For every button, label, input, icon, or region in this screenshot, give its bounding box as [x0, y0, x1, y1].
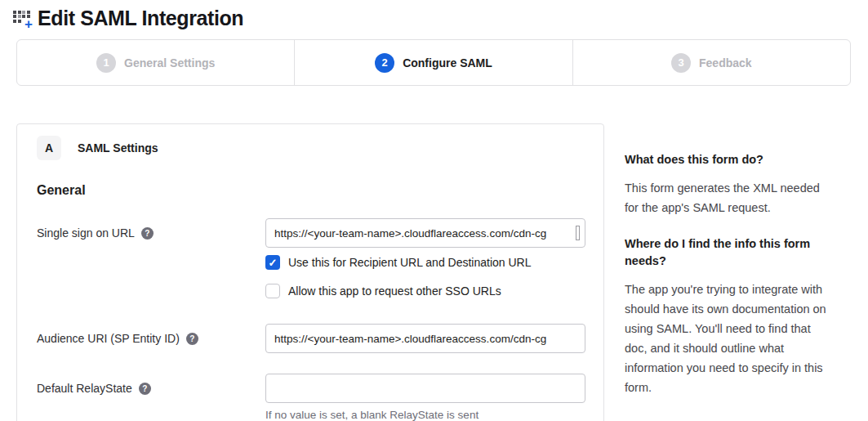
page-header: + Edit SAML Integration [0, 0, 868, 30]
checkbox-label: Use this for Recipient URL and Destinati… [288, 256, 532, 269]
step-label: Feedback [699, 56, 752, 69]
section-title: SAML Settings [78, 141, 158, 155]
panel-header: A SAML Settings [37, 136, 584, 160]
help-body: This form generates the XML needed for t… [625, 178, 834, 217]
plus-icon: + [24, 17, 33, 31]
step-feedback[interactable]: 3 Feedback [572, 40, 850, 85]
relay-state-row: Default RelayState ? If no value is set,… [37, 374, 584, 421]
help-heading: What does this form do? [625, 151, 834, 168]
help-section-where: Where do I find the info this form needs… [625, 235, 834, 397]
sso-url-label: Single sign on URL [37, 226, 135, 240]
step-number-badge: 1 [96, 53, 116, 73]
relay-state-control: If no value is set, a blank RelayState i… [265, 374, 585, 421]
help-sidebar: What does this form do? This form genera… [625, 123, 834, 415]
saml-settings-panel: A SAML Settings General Single sign on U… [16, 123, 604, 421]
relay-state-label-wrap: Default RelayState ? [37, 374, 265, 395]
general-group-heading: General [37, 183, 584, 198]
add-app-grid-icon: + [13, 8, 34, 29]
step-label: General Settings [124, 56, 215, 69]
step-label: Configure SAML [403, 56, 492, 69]
help-section-what: What does this form do? This form genera… [625, 151, 834, 217]
step-number-badge: 3 [671, 53, 691, 73]
help-body: The app you're trying to integrate with … [625, 280, 834, 397]
audience-uri-row: Audience URI (SP Entity ID) ? [37, 324, 584, 353]
content-area: A SAML Settings General Single sign on U… [0, 123, 868, 421]
step-configure-saml[interactable]: 2 Configure SAML [294, 40, 572, 85]
relay-state-helper-text: If no value is set, a blank RelayState i… [265, 409, 585, 421]
step-general-settings[interactable]: 1 General Settings [17, 40, 294, 85]
help-icon[interactable]: ? [139, 383, 151, 395]
relay-state-input[interactable] [265, 374, 585, 403]
relay-state-label: Default RelayState [37, 382, 132, 395]
checkbox-unchecked-icon[interactable] [265, 284, 280, 298]
sso-url-label-wrap: Single sign on URL ? [37, 218, 265, 240]
text-caret [576, 226, 580, 240]
sso-url-control: ✓ Use this for Recipient URL and Destina… [265, 218, 585, 298]
other-sso-urls-checkbox-row[interactable]: Allow this app to request other SSO URLs [265, 284, 585, 298]
sso-url-row: Single sign on URL ? ✓ Use this for Reci… [37, 218, 584, 298]
help-heading: Where do I find the info this form needs… [625, 235, 834, 270]
page-title: Edit SAML Integration [38, 7, 243, 30]
sso-url-input[interactable] [265, 218, 585, 248]
audience-uri-control [265, 324, 585, 353]
section-a-badge: A [37, 136, 61, 160]
checkbox-label: Allow this app to request other SSO URLs [288, 284, 501, 298]
wizard-stepper: 1 General Settings 2 Configure SAML 3 Fe… [16, 39, 851, 86]
help-icon[interactable]: ? [186, 333, 198, 345]
audience-uri-input[interactable] [265, 324, 585, 353]
audience-uri-label-wrap: Audience URI (SP Entity ID) ? [37, 324, 265, 345]
checkbox-checked-icon[interactable]: ✓ [265, 255, 280, 270]
recipient-url-checkbox-row[interactable]: ✓ Use this for Recipient URL and Destina… [265, 255, 585, 270]
step-number-badge: 2 [375, 53, 394, 73]
help-icon[interactable]: ? [141, 227, 154, 240]
audience-uri-label: Audience URI (SP Entity ID) [37, 332, 180, 345]
